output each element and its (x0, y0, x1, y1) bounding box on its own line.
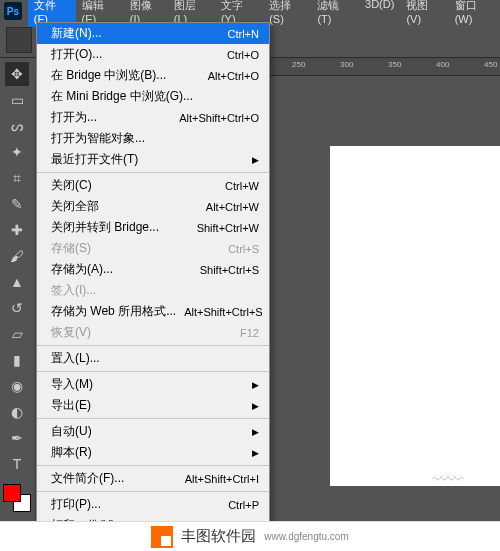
file-menu-item[interactable]: 最近打开文件(T)▶ (37, 149, 269, 170)
menu-item-shortcut: Ctrl+N (228, 28, 259, 40)
color-swatches[interactable] (3, 484, 31, 512)
file-menu-item[interactable]: 在 Bridge 中浏览(B)...Alt+Ctrl+O (37, 65, 269, 86)
menu-item-shortcut: Alt+Shift+Ctrl+O (179, 112, 259, 124)
menu-separator (37, 491, 269, 492)
menu-item-shortcut: Ctrl+W (225, 180, 259, 192)
menu-item-label: 关闭并转到 Bridge... (51, 219, 189, 236)
file-menu-item[interactable]: 新建(N)...Ctrl+N (37, 23, 269, 44)
ruler-tick: 350 (388, 60, 401, 69)
clone-stamp-tool[interactable]: ▲ (5, 270, 29, 294)
file-menu-item: 签入(I)... (37, 280, 269, 301)
eraser-tool[interactable]: ▱ (5, 322, 29, 346)
type-tool[interactable]: T (5, 452, 29, 476)
foreground-swatch[interactable] (3, 484, 21, 502)
file-menu-item[interactable]: 打开为智能对象... (37, 128, 269, 149)
menu-item-shortcut: Alt+Shift+Ctrl+S (184, 306, 263, 318)
menu-5[interactable]: 选择(S) (263, 0, 311, 27)
menu-separator (37, 172, 269, 173)
menu-8[interactable]: 视图(V) (400, 0, 448, 27)
eyedropper-tool[interactable]: ✎ (5, 192, 29, 216)
crop-tool[interactable]: ⌗ (5, 166, 29, 190)
app-icon: Ps (4, 2, 22, 20)
file-menu-item[interactable]: 自动(U)▶ (37, 421, 269, 442)
history-brush-tool[interactable]: ↺ (5, 296, 29, 320)
magic-wand-tool[interactable]: ✦ (5, 140, 29, 164)
menu-separator (37, 418, 269, 419)
blur-tool[interactable]: ◉ (5, 374, 29, 398)
marquee-tool[interactable]: ▭ (5, 88, 29, 112)
submenu-arrow-icon: ▶ (252, 155, 259, 165)
file-menu-item[interactable]: 关闭并转到 Bridge...Shift+Ctrl+W (37, 217, 269, 238)
file-menu-item[interactable]: 关闭全部Alt+Ctrl+W (37, 196, 269, 217)
submenu-arrow-icon: ▶ (252, 401, 259, 411)
file-menu-item[interactable]: 文件简介(F)...Alt+Shift+Ctrl+I (37, 468, 269, 489)
menu-item-shortcut: Shift+Ctrl+S (200, 264, 259, 276)
menu-item-shortcut: Ctrl+O (227, 49, 259, 61)
submenu-arrow-icon: ▶ (252, 427, 259, 437)
menu-item-shortcut: Ctrl+S (228, 243, 259, 255)
menu-item-label: 关闭(C) (51, 177, 217, 194)
file-menu-dropdown: 新建(N)...Ctrl+N打开(O)...Ctrl+O在 Bridge 中浏览… (36, 22, 270, 551)
file-menu-item[interactable]: 打开(O)...Ctrl+O (37, 44, 269, 65)
menu-item-label: 打印(P)... (51, 496, 220, 513)
ruler-tick: 300 (340, 60, 353, 69)
healing-brush-tool[interactable]: ✚ (5, 218, 29, 242)
watermark-bar: 丰图软件园 www.dgfengtu.com (0, 521, 500, 551)
app-root: Ps 文件(F)编辑(E)图像(I)图层(L)文字(Y)选择(S)滤镜(T)3D… (0, 0, 500, 551)
watermark-logo-icon (151, 526, 173, 548)
menu-item-shortcut: Alt+Ctrl+O (208, 70, 259, 82)
file-menu-item[interactable]: 打开为...Alt+Shift+Ctrl+O (37, 107, 269, 128)
menu-item-label: 导出(E) (51, 397, 248, 414)
ruler-tick: 250 (292, 60, 305, 69)
menu-item-label: 打开为智能对象... (51, 130, 259, 147)
watermark-brand: 丰图软件园 (181, 527, 256, 546)
file-menu-item[interactable]: 置入(L)... (37, 348, 269, 369)
file-menu-item[interactable]: 在 Mini Bridge 中浏览(G)... (37, 86, 269, 107)
file-menu-item: 恢复(V)F12 (37, 322, 269, 343)
menu-item-label: 存储(S) (51, 240, 220, 257)
brush-tool[interactable]: 🖌 (5, 244, 29, 268)
menu-item-shortcut: Shift+Ctrl+W (197, 222, 259, 234)
menu-item-label: 打开为... (51, 109, 171, 126)
menubar: Ps 文件(F)编辑(E)图像(I)图层(L)文字(Y)选择(S)滤镜(T)3D… (0, 0, 500, 22)
gradient-tool[interactable]: ▮ (5, 348, 29, 372)
menu-separator (37, 345, 269, 346)
tool-preset-picker[interactable] (6, 27, 32, 53)
file-menu-item[interactable]: 关闭(C)Ctrl+W (37, 175, 269, 196)
document-canvas[interactable] (330, 146, 500, 486)
submenu-arrow-icon: ▶ (252, 448, 259, 458)
menu-separator (37, 371, 269, 372)
menu-item-label: 新建(N)... (51, 25, 220, 42)
file-menu-item[interactable]: 脚本(R)▶ (37, 442, 269, 463)
file-menu-item[interactable]: 打印(P)...Ctrl+P (37, 494, 269, 515)
menu-6[interactable]: 滤镜(T) (311, 0, 359, 27)
menu-item-shortcut: Alt+Ctrl+W (206, 201, 259, 213)
file-menu-item[interactable]: 存储为(A)...Shift+Ctrl+S (37, 259, 269, 280)
pen-tool[interactable]: ✒ (5, 426, 29, 450)
menu-item-shortcut: Ctrl+P (228, 499, 259, 511)
menu-item-label: 在 Mini Bridge 中浏览(G)... (51, 88, 259, 105)
decorative-wave: 〰〰 (432, 470, 460, 491)
menu-item-label: 存储为(A)... (51, 261, 192, 278)
menu-9[interactable]: 窗口(W) (449, 0, 500, 27)
menu-separator (37, 465, 269, 466)
menu-item-label: 脚本(R) (51, 444, 248, 461)
menu-item-label: 置入(L)... (51, 350, 259, 367)
menu-item-label: 最近打开文件(T) (51, 151, 248, 168)
menu-item-label: 自动(U) (51, 423, 248, 440)
menu-item-label: 文件简介(F)... (51, 470, 177, 487)
menu-item-label: 签入(I)... (51, 282, 259, 299)
tool-panel: ✥▭ᔕ✦⌗✎✚🖌▲↺▱▮◉◐✒T (0, 58, 34, 551)
file-menu-item[interactable]: 存储为 Web 所用格式...Alt+Shift+Ctrl+S (37, 301, 269, 322)
lasso-tool[interactable]: ᔕ (5, 114, 29, 138)
file-menu-item[interactable]: 导出(E)▶ (37, 395, 269, 416)
dodge-tool[interactable]: ◐ (5, 400, 29, 424)
submenu-arrow-icon: ▶ (252, 380, 259, 390)
menu-item-shortcut: Alt+Shift+Ctrl+I (185, 473, 259, 485)
move-tool[interactable]: ✥ (5, 62, 29, 86)
menu-item-shortcut: F12 (240, 327, 259, 339)
file-menu-item: 存储(S)Ctrl+S (37, 238, 269, 259)
file-menu-item[interactable]: 导入(M)▶ (37, 374, 269, 395)
menu-item-label: 在 Bridge 中浏览(B)... (51, 67, 200, 84)
menu-7[interactable]: 3D(D) (359, 0, 400, 27)
